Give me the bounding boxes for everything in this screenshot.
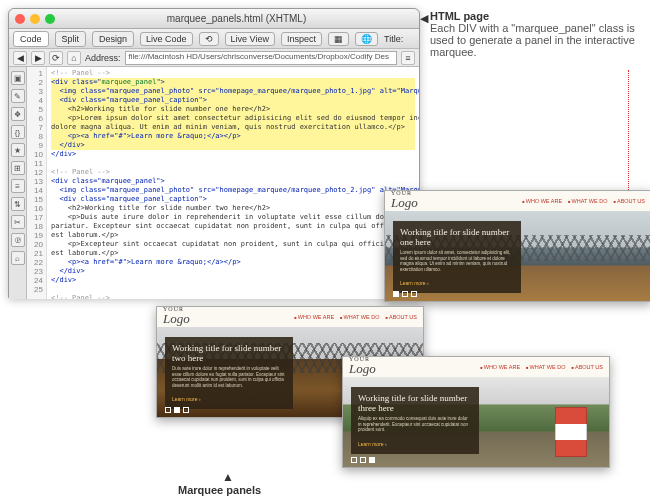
pager-dot[interactable] <box>360 457 366 463</box>
address-field[interactable]: file:///Macintosh HD/Users/chrisconverse… <box>125 51 397 65</box>
nav-link[interactable]: WHO WE ARE <box>480 364 520 370</box>
gutter-tool-icon[interactable]: ≡ <box>11 179 25 193</box>
gutter-tool-icon[interactable]: ★ <box>11 143 25 157</box>
panel-caption: Working title for slide number three her… <box>351 387 479 454</box>
nav-link[interactable]: ABOUT US <box>385 314 417 320</box>
line-numbers: 1234567891011121314151617181920212223242… <box>27 67 47 299</box>
learn-more-link[interactable]: Learn more › <box>172 396 201 402</box>
panel-header: YOURLogo WHO WE ARE WHAT WE DO ABOUT US <box>385 191 650 211</box>
home-icon[interactable]: ⌂ <box>67 51 81 65</box>
nav-link[interactable]: ABOUT US <box>571 364 603 370</box>
panel-header: YOURLogo WHO WE ARE WHAT WE DO ABOUT US <box>343 357 609 377</box>
editor-body: ▣ ✎ ❖ {} ★ ⊞ ≡ ⇅ ✂ ℗ ⌕ 12345678910111213… <box>9 67 419 299</box>
title-label: Title: <box>384 34 403 44</box>
gutter-tool-icon[interactable]: {} <box>11 125 25 139</box>
tool-gutter: ▣ ✎ ❖ {} ★ ⊞ ≡ ⇅ ✂ ℗ ⌕ <box>9 67 27 299</box>
gutter-tool-icon[interactable]: ⌕ <box>11 251 25 265</box>
caption-title: Working title for slide number one here <box>400 227 514 247</box>
annotation-arrow-icon: ◀ <box>420 12 428 25</box>
panel-hero: Working title for slide number one here … <box>385 211 650 301</box>
marquee-panel-preview: YOURLogo WHO WE ARE WHAT WE DO ABOUT US … <box>342 356 610 468</box>
panel-nav: WHO WE ARE WHAT WE DO ABOUT US <box>294 314 417 320</box>
annotation-body: Each DIV with a "marquee_panel" class is… <box>430 22 635 58</box>
gutter-tool-icon[interactable]: ✎ <box>11 89 25 103</box>
pager-dot[interactable] <box>351 457 357 463</box>
panel-nav: WHO WE ARE WHAT WE DO ABOUT US <box>480 364 603 370</box>
pager-dot[interactable] <box>369 457 375 463</box>
gutter-tool-icon[interactable]: ⊞ <box>11 161 25 175</box>
toolbar-icon[interactable]: ⟲ <box>199 32 219 46</box>
caption-body: Lorem ipsum dolor sit amet, consectetur … <box>400 250 514 272</box>
pager-dot[interactable] <box>411 291 417 297</box>
nav-link[interactable]: ABOUT US <box>613 198 645 204</box>
learn-more-link[interactable]: Learn more › <box>400 280 429 286</box>
forward-icon[interactable]: ▶ <box>31 51 45 65</box>
pager-dot[interactable] <box>165 407 171 413</box>
tab-split[interactable]: Split <box>55 31 87 47</box>
browser-preview-icon[interactable]: 🌐 <box>355 32 378 46</box>
pager <box>393 291 417 297</box>
gutter-tool-icon[interactable]: ▣ <box>11 71 25 85</box>
nav-link[interactable]: WHAT WE DO <box>526 364 565 370</box>
pager-dot[interactable] <box>183 407 189 413</box>
inspect-button[interactable]: Inspect <box>281 32 322 46</box>
annotation-arrow-icon: ▲ <box>222 470 261 484</box>
panel-header: YOURLogo WHO WE ARE WHAT WE DO ABOUT US <box>157 307 423 327</box>
annotation-html-page: HTML pageEach DIV with a "marquee_panel"… <box>430 10 640 58</box>
gutter-tool-icon[interactable]: ✂ <box>11 215 25 229</box>
view-toolbar: Code Split Design Live Code ⟲ Live View … <box>9 29 419 49</box>
window-title: marquee_panels.html (XHTML) <box>60 13 413 24</box>
nav-link[interactable]: WHO WE ARE <box>294 314 334 320</box>
pager-dot[interactable] <box>174 407 180 413</box>
tab-design[interactable]: Design <box>92 31 134 47</box>
logo: YOURLogo <box>163 307 190 327</box>
code-editor-window: marquee_panels.html (XHTML) Code Split D… <box>8 8 420 298</box>
refresh-icon[interactable]: ⟳ <box>49 51 63 65</box>
marquee-panel-preview: YOURLogo WHO WE ARE WHAT WE DO ABOUT US … <box>384 190 650 302</box>
pager-dot[interactable] <box>393 291 399 297</box>
address-toolbar: ◀ ▶ ⟳ ⌂ Address: file:///Macintosh HD/Us… <box>9 49 419 67</box>
code-area[interactable]: <!-- Panel --> <div class="marquee_panel… <box>47 67 419 299</box>
address-label: Address: <box>85 53 121 63</box>
close-icon[interactable] <box>15 14 25 24</box>
panel-hero: Working title for slide number three her… <box>343 377 609 467</box>
settings-icon[interactable]: ≡ <box>401 51 415 65</box>
annotation-label: Marquee panels <box>178 484 261 496</box>
window-titlebar[interactable]: marquee_panels.html (XHTML) <box>9 9 419 29</box>
pager <box>165 407 189 413</box>
gutter-tool-icon[interactable]: ⇅ <box>11 197 25 211</box>
nav-link[interactable]: WHAT WE DO <box>340 314 379 320</box>
gutter-tool-icon[interactable]: ℗ <box>11 233 25 247</box>
live-code-button[interactable]: Live Code <box>140 32 193 46</box>
gutter-tool-icon[interactable]: ❖ <box>11 107 25 121</box>
logo: YOURLogo <box>391 191 418 211</box>
pager-dot[interactable] <box>402 291 408 297</box>
multiscreen-button[interactable]: ▦ <box>328 32 349 46</box>
pager <box>351 457 375 463</box>
live-view-button[interactable]: Live View <box>225 32 275 46</box>
nav-link[interactable]: WHAT WE DO <box>568 198 607 204</box>
caption-body: Duis aute irure dolor in reprehenderit i… <box>172 366 286 388</box>
caption-title: Working title for slide number three her… <box>358 393 472 413</box>
caption-body: Aliquip ex ea commodo consequat duis aut… <box>358 416 472 433</box>
zoom-icon[interactable] <box>45 14 55 24</box>
logo: YOURLogo <box>349 357 376 377</box>
panel-caption: Working title for slide number one here … <box>393 221 521 293</box>
tab-code[interactable]: Code <box>13 31 49 47</box>
back-icon[interactable]: ◀ <box>13 51 27 65</box>
panel-caption: Working title for slide number two here … <box>165 337 293 409</box>
traffic-lights <box>15 14 55 24</box>
nav-link[interactable]: WHO WE ARE <box>522 198 562 204</box>
minimize-icon[interactable] <box>30 14 40 24</box>
caption-title: Working title for slide number two here <box>172 343 286 363</box>
panel-nav: WHO WE ARE WHAT WE DO ABOUT US <box>522 198 645 204</box>
learn-more-link[interactable]: Learn more › <box>358 441 387 447</box>
annotation-marquee-panels: ▲ Marquee panels <box>178 470 261 496</box>
annotation-title: HTML page <box>430 10 489 22</box>
